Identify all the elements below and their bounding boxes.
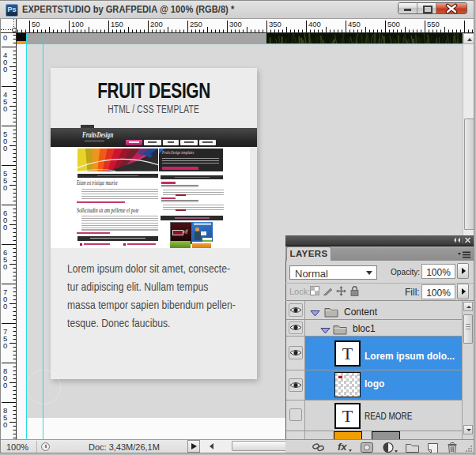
svg-text:350: 350 <box>269 20 281 28</box>
svg-text:0: 0 <box>3 381 7 389</box>
svg-text:0: 0 <box>3 223 7 231</box>
svg-text:0: 0 <box>3 65 7 73</box>
svg-text:250: 250 <box>190 20 202 28</box>
svg-text:200: 200 <box>150 20 163 28</box>
svg-text:150: 150 <box>111 20 123 28</box>
svg-text:300: 300 <box>229 20 242 28</box>
svg-text:0: 0 <box>3 262 7 271</box>
svg-text:0: 0 <box>3 144 7 152</box>
svg-text:50: 50 <box>32 20 40 28</box>
svg-text:450: 450 <box>348 20 361 28</box>
svg-text:0: 0 <box>3 33 7 42</box>
svg-text:fx: fx <box>338 441 347 453</box>
svg-text:0: 0 <box>3 341 7 350</box>
svg-text:400: 400 <box>308 20 321 28</box>
svg-text:0: 0 <box>3 104 7 113</box>
svg-text:500: 500 <box>387 20 400 28</box>
svg-text:550: 550 <box>427 20 440 28</box>
svg-text:0: 0 <box>3 183 7 192</box>
svg-text:100: 100 <box>71 20 84 28</box>
svg-text:0: 0 <box>3 302 7 310</box>
svg-text:0: 0 <box>3 420 7 429</box>
